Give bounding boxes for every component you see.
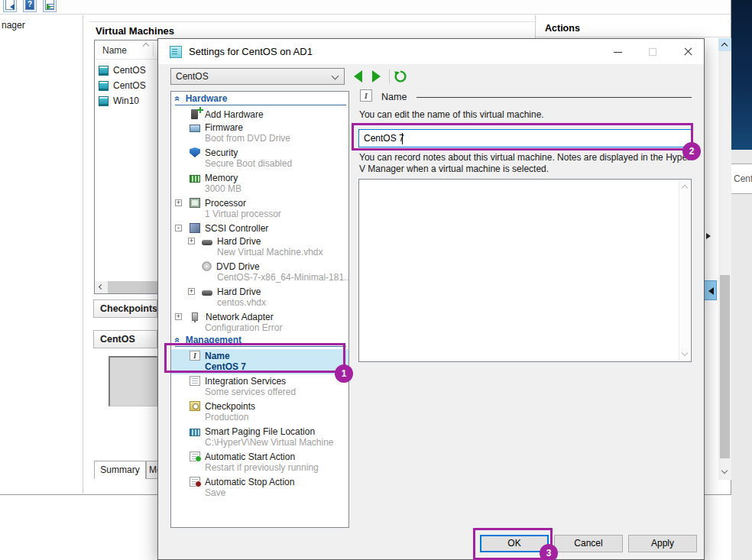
settings-dialog: Settings for CentOS on AD1 CentOS « Hard… — [157, 38, 705, 560]
chevron-up-icon — [721, 43, 728, 49]
console-window-icon[interactable] — [43, 0, 57, 12]
tree-item-smart-paging[interactable]: Smart Paging File Location — [171, 425, 348, 438]
virtual-machine-icon — [99, 81, 109, 91]
expander-icon[interactable]: + — [175, 313, 182, 320]
tree-item-memory[interactable]: Memory — [171, 171, 348, 184]
tree-item-integration-services[interactable]: Integration Services — [171, 374, 348, 387]
chevron-down-icon — [721, 468, 728, 474]
expander-icon[interactable]: - — [175, 225, 182, 231]
settings-dialog-icon — [170, 46, 182, 58]
virtual-machine-icon — [99, 96, 109, 106]
chevron-down-icon — [332, 73, 339, 80]
background-window-sliver: Cent — [731, 163, 752, 194]
scroll-up-button[interactable] — [718, 38, 731, 51]
scrollbar-thumb[interactable] — [108, 281, 157, 293]
tree-item-processor[interactable]: + Processor — [171, 196, 348, 209]
integration-services-icon — [190, 376, 200, 386]
vm-selector[interactable]: CentOS — [170, 68, 345, 85]
maximize-icon — [649, 48, 656, 56]
refresh-icon[interactable] — [394, 70, 407, 83]
column-divider[interactable] — [153, 43, 154, 57]
edit-name-hint: You can edit the name of this virtual ma… — [359, 109, 692, 120]
dialog-titlebar[interactable]: Settings for CentOS on AD1 — [158, 39, 704, 64]
action-expander-icon[interactable] — [706, 233, 714, 239]
scrollbar-thumb[interactable] — [720, 275, 730, 458]
tree-item-sub: centos.vhdx — [171, 298, 348, 310]
smart-paging-icon — [190, 429, 200, 436]
desktop-background: Cent — [731, 0, 752, 560]
section-rule — [417, 97, 692, 98]
console-tree-item-fragment[interactable]: nager — [2, 20, 25, 31]
tree-item-firmware[interactable]: Firmware — [171, 121, 348, 134]
notes-scrollbar[interactable] — [679, 180, 690, 361]
screen: Cent ? nager Virtual Machines Name CentO… — [0, 0, 752, 560]
checkpoints-panel-header[interactable]: Checkpoints — [93, 299, 157, 318]
tree-item-sub: CentOS-7-x86_64-Minimal-181... — [171, 273, 348, 285]
annotation-box-name-input — [352, 123, 693, 151]
hard-drive-icon — [202, 290, 212, 296]
hard-drive-icon — [202, 240, 212, 245]
tree-item-sub: C:\HyperV\New Virtual Machine — [171, 438, 348, 450]
cancel-button[interactable]: Cancel — [554, 535, 623, 552]
sort-ascending-icon — [143, 43, 149, 49]
vm-selector-value: CentOS — [176, 71, 209, 82]
settings-tree: « Hardware Add Hardware Firmware Boot fr… — [170, 91, 349, 528]
tree-item-security[interactable]: Security — [171, 146, 348, 159]
tree-item-checkpoints[interactable]: Checkpoints — [171, 400, 348, 413]
tree-item-network-adapter[interactable]: + Network Adapter — [171, 310, 348, 323]
chevron-left-icon — [99, 284, 104, 290]
dvd-drive-icon — [202, 261, 212, 271]
background-window-title-fragment: Cent — [734, 173, 752, 184]
tree-item-sub: Restart if previously running — [171, 463, 348, 475]
virtual-machine-icon — [99, 66, 109, 76]
actions-scrollbar[interactable] — [718, 38, 731, 480]
scroll-left-button[interactable] — [95, 281, 107, 293]
expander-icon[interactable]: + — [188, 238, 195, 244]
desktop-wallpaper — [731, 0, 752, 150]
tree-item-auto-stop[interactable]: Automatic Stop Action — [171, 475, 348, 488]
name-section-title: Name — [381, 92, 407, 102]
expander-icon[interactable]: + — [175, 199, 182, 206]
tree-item-sub: 1 Virtual processor — [171, 209, 348, 222]
tree-item-dvd-drive[interactable]: DVD Drive — [171, 260, 348, 273]
navigate-forward-button[interactable] — [372, 70, 381, 83]
help-icon[interactable]: ? — [23, 0, 37, 12]
annotation-box-name-item — [164, 343, 345, 373]
navigate-window-icon[interactable] — [3, 0, 17, 12]
chevron-up-icon — [682, 185, 688, 191]
expander-icon[interactable]: + — [188, 288, 195, 295]
minimize-icon — [614, 52, 622, 53]
vm-detail-panel-header[interactable]: CentOS — [93, 330, 157, 348]
tree-item-add-hardware[interactable]: Add Hardware — [171, 108, 348, 121]
apply-button[interactable]: Apply — [628, 535, 697, 552]
tree-item-sub: Save — [171, 488, 348, 500]
tree-item-auto-start[interactable]: Automatic Start Action — [171, 450, 348, 463]
column-name-label[interactable]: Name — [102, 45, 127, 56]
close-button[interactable] — [676, 39, 700, 64]
processor-icon — [190, 198, 200, 208]
checkpoints-icon — [190, 401, 200, 411]
divider — [536, 37, 731, 37]
add-hardware-icon — [191, 109, 198, 119]
dialog-title: Settings for CentOS on AD1 — [189, 46, 313, 57]
tree-item-sub: Secure Boot disabled — [171, 159, 348, 171]
vm-panel-title: Virtual Machines — [96, 25, 174, 37]
tree-item-hard-drive[interactable]: + Hard Drive — [171, 285, 348, 298]
tab-summary[interactable]: Summary — [94, 461, 146, 479]
tab-memory[interactable]: Mem — [146, 461, 158, 479]
tree-section-hardware[interactable]: « Hardware — [175, 94, 346, 105]
vm-thumbnail — [109, 356, 157, 406]
notes-textarea[interactable] — [358, 179, 692, 362]
tree-item-scsi-controller[interactable]: - SCSI Controller — [171, 222, 348, 235]
minimize-button[interactable] — [605, 39, 630, 64]
navigate-back-button[interactable] — [354, 70, 362, 83]
annotation-step-3: 3 — [540, 544, 558, 560]
tree-item-sub: Configuration Error — [171, 323, 348, 335]
vm-row-name: CentOS — [113, 65, 146, 76]
tree-item-hard-drive[interactable]: + Hard Drive — [171, 235, 348, 248]
scroll-down-button[interactable] — [718, 465, 731, 478]
horizontal-scrollbar[interactable] — [95, 281, 157, 293]
vm-row-name: Win10 — [113, 95, 139, 106]
firmware-icon — [190, 125, 200, 132]
section-label: Hardware — [186, 93, 228, 104]
